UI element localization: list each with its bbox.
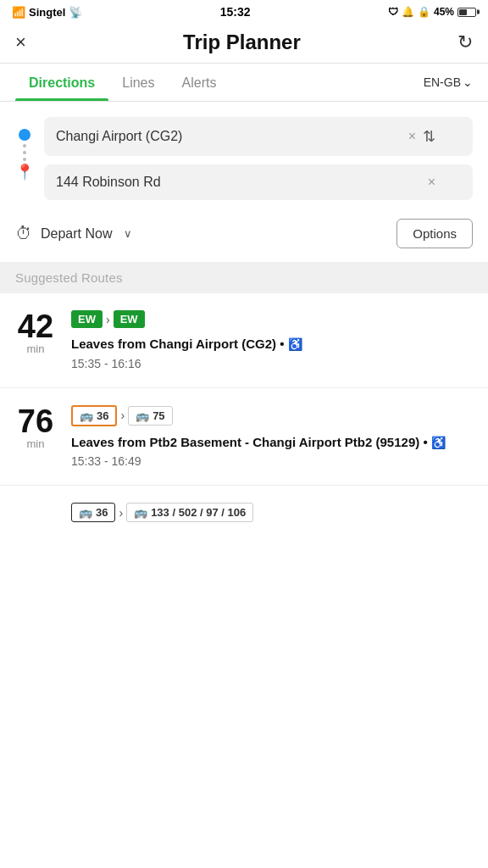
destination-pin: 📍: [15, 164, 34, 180]
route-time-col: 76 min: [15, 405, 56, 450]
inputs-column: Changi Airport (CG2) × ⇅ 144 Robinson Rd…: [44, 117, 473, 200]
depart-chevron: ∨: [124, 227, 132, 240]
suggested-routes-header: Suggested Routes: [0, 262, 488, 293]
carrier-signal: 📶 Singtel 📡: [12, 6, 82, 19]
refresh-button[interactable]: ↻: [458, 31, 473, 53]
page-title: Trip Planner: [183, 31, 301, 54]
dot-2: [23, 151, 26, 154]
carrier-name: Singtel: [29, 6, 65, 19]
tab-lines[interactable]: Lines: [108, 64, 168, 101]
route-description: Leaves from Changi Airport (CG2) • ♿: [71, 335, 473, 353]
bus-icon-4: 🚌: [134, 506, 147, 519]
battery-icon: [458, 8, 476, 17]
route-time-range: 15:33 - 16:49: [71, 454, 473, 468]
wheelchair-icon-2: ♿: [431, 436, 446, 449]
battery-percent: 45%: [434, 6, 454, 18]
destination-input-text: 144 Robinson Rd: [56, 175, 428, 190]
swap-button[interactable]: ⇅: [423, 127, 435, 146]
bus-icon-2: 🚌: [136, 409, 149, 422]
route-card[interactable]: 42 min EW › EW Leaves from Changi Airpor…: [0, 293, 488, 388]
route-inputs: 📍 Changi Airport (CG2) × ⇅ 144 Robinson …: [0, 102, 488, 209]
status-bar: 📶 Singtel 📡 15:32 🛡 🔔 🔒 45%: [0, 0, 488, 22]
route-min-label: min: [27, 437, 45, 450]
route-details: 🚌 36 › 🚌 75 Leaves from Ptb2 Basement - …: [71, 405, 473, 469]
tab-directions[interactable]: Directions: [15, 64, 108, 101]
route-dots: [23, 144, 26, 161]
route-card[interactable]: 76 min 🚌 36 › 🚌 75 Leaves from Ptb2 Base…: [0, 388, 488, 487]
routes-list: 42 min EW › EW Leaves from Changi Airpor…: [0, 293, 488, 546]
close-button[interactable]: ×: [15, 31, 26, 53]
depart-label[interactable]: Depart Now: [41, 226, 112, 242]
tag-ew-1: EW: [71, 310, 103, 328]
status-right: 🛡 🔔 🔒 45%: [388, 6, 476, 18]
route-details: EW › EW Leaves from Changi Airport (CG2)…: [71, 310, 473, 370]
tabs-bar: Directions Lines Alerts EN-GB ⌄: [0, 64, 488, 102]
tag-ew-2: EW: [114, 310, 145, 328]
wifi-icon: 📡: [69, 6, 82, 19]
tag-bus-36: 🚌 36: [71, 405, 117, 426]
route-min-label: min: [27, 342, 45, 355]
header: × Trip Planner ↻: [0, 22, 488, 64]
destination-clear-button[interactable]: ×: [428, 175, 435, 190]
shield-icon: 🛡: [388, 6, 398, 18]
origin-actions: × ⇅: [408, 127, 435, 146]
origin-clear-button[interactable]: ×: [408, 129, 416, 144]
origin-input-text: Changi Airport (CG2): [56, 129, 408, 144]
route-minutes: 42: [18, 310, 53, 342]
clock-icon: ⏱: [15, 224, 32, 243]
depart-left: ⏱ Depart Now ∨: [15, 224, 132, 243]
route-tags: 🚌 36 › 🚌 133 / 502 / 97 / 106: [71, 503, 473, 522]
lock-icon: 🔒: [418, 6, 430, 18]
route-card[interactable]: 🚌 36 › 🚌 133 / 502 / 97 / 106: [0, 486, 488, 546]
route-details: 🚌 36 › 🚌 133 / 502 / 97 / 106: [71, 503, 473, 529]
depart-row: ⏱ Depart Now ∨ Options: [0, 209, 488, 262]
tag-arrow: ›: [119, 506, 123, 520]
destination-input-field[interactable]: 144 Robinson Rd ×: [44, 164, 473, 200]
time-display: 15:32: [220, 5, 251, 19]
origin-dot: [19, 129, 30, 141]
tag-arrow: ›: [120, 409, 125, 422]
route-tags: EW › EW: [71, 310, 473, 328]
language-chevron: ⌄: [463, 75, 473, 89]
bell-icon: 🔔: [402, 6, 414, 18]
route-description: Leaves from Ptb2 Basement - Changi Airpo…: [71, 433, 473, 452]
route-icons: 📍: [15, 117, 34, 200]
wheelchair-icon: ♿: [288, 337, 302, 351]
language-label: EN-GB: [424, 75, 461, 89]
tab-alerts[interactable]: Alerts: [169, 64, 230, 101]
origin-input-field[interactable]: Changi Airport (CG2) × ⇅: [44, 117, 473, 156]
bus-icon-3: 🚌: [79, 506, 92, 519]
destination-actions: ×: [428, 175, 435, 190]
bus-icon-1: 🚌: [80, 409, 93, 422]
route-time-range: 15:35 - 16:16: [71, 357, 473, 370]
route-tags: 🚌 36 › 🚌 75: [71, 405, 473, 426]
route-time-col: 42 min: [15, 310, 56, 355]
tag-bus-multi: 🚌 133 / 502 / 97 / 106: [126, 503, 253, 522]
dot-1: [23, 144, 26, 147]
options-button[interactable]: Options: [396, 219, 473, 248]
tag-bus-36b: 🚌 36: [71, 503, 115, 522]
dot-3: [23, 158, 26, 161]
language-selector[interactable]: EN-GB ⌄: [424, 75, 473, 89]
route-minutes: 76: [18, 405, 53, 437]
tag-arrow: ›: [106, 313, 110, 326]
signal-icon: 📶: [12, 6, 25, 19]
tag-bus-75: 🚌 75: [128, 406, 172, 426]
